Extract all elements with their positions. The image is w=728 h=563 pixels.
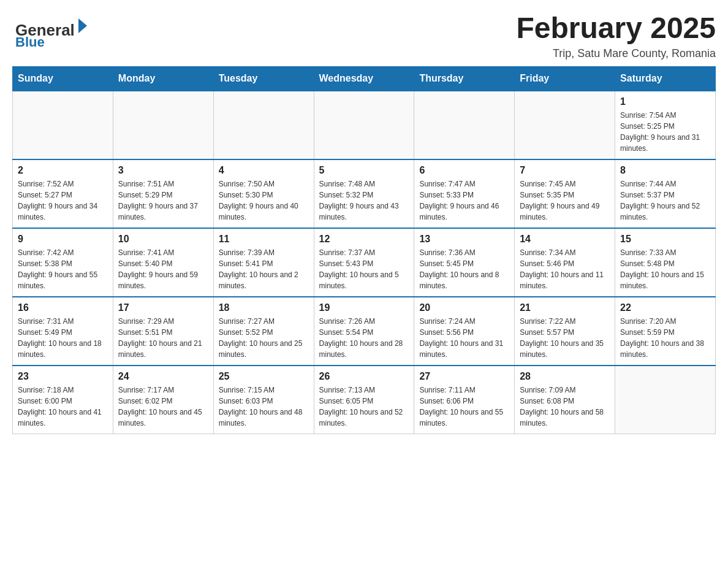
day-info: Sunrise: 7:48 AM Sunset: 5:32 PM Dayligh… <box>319 178 409 223</box>
day-number: 1 <box>620 96 710 107</box>
day-info: Sunrise: 7:51 AM Sunset: 5:29 PM Dayligh… <box>118 178 208 223</box>
day-number: 21 <box>520 302 610 313</box>
calendar-table: SundayMondayTuesdayWednesdayThursdayFrid… <box>12 66 716 434</box>
calendar-day-cell: 16Sunrise: 7:31 AM Sunset: 5:49 PM Dayli… <box>13 297 113 366</box>
calendar-day-cell: 21Sunrise: 7:22 AM Sunset: 5:57 PM Dayli… <box>515 297 615 366</box>
day-info: Sunrise: 7:41 AM Sunset: 5:40 PM Dayligh… <box>118 247 208 291</box>
calendar-day-cell: 22Sunrise: 7:20 AM Sunset: 5:59 PM Dayli… <box>615 297 716 366</box>
calendar-day-cell: 8Sunrise: 7:44 AM Sunset: 5:37 PM Daylig… <box>615 159 716 228</box>
calendar-day-cell: 14Sunrise: 7:34 AM Sunset: 5:46 PM Dayli… <box>515 228 615 297</box>
day-number: 7 <box>520 165 610 176</box>
day-number: 9 <box>18 234 108 245</box>
day-number: 11 <box>219 234 309 245</box>
day-of-week-header: Saturday <box>615 66 716 91</box>
calendar-week-row: 1Sunrise: 7:54 AM Sunset: 5:25 PM Daylig… <box>13 91 716 159</box>
day-number: 15 <box>620 234 710 245</box>
day-number: 18 <box>219 302 309 313</box>
calendar-day-cell: 20Sunrise: 7:24 AM Sunset: 5:56 PM Dayli… <box>414 297 515 366</box>
day-number: 22 <box>620 302 710 313</box>
calendar-day-cell: 4Sunrise: 7:50 AM Sunset: 5:30 PM Daylig… <box>213 159 314 228</box>
page-header: General Blue February 2025 Trip, Satu Ma… <box>12 12 716 60</box>
logo: General Blue <box>12 12 92 49</box>
calendar-day-cell: 2Sunrise: 7:52 AM Sunset: 5:27 PM Daylig… <box>13 159 113 228</box>
day-info: Sunrise: 7:13 AM Sunset: 6:05 PM Dayligh… <box>319 385 409 429</box>
day-number: 28 <box>520 371 610 382</box>
calendar-day-cell: 9Sunrise: 7:42 AM Sunset: 5:38 PM Daylig… <box>13 228 113 297</box>
day-info: Sunrise: 7:26 AM Sunset: 5:54 PM Dayligh… <box>319 316 409 360</box>
day-of-week-header: Wednesday <box>314 66 414 91</box>
calendar-week-row: 9Sunrise: 7:42 AM Sunset: 5:38 PM Daylig… <box>13 228 716 297</box>
day-number: 10 <box>118 234 208 245</box>
calendar-day-cell: 17Sunrise: 7:29 AM Sunset: 5:51 PM Dayli… <box>113 297 213 366</box>
day-number: 4 <box>219 165 309 176</box>
day-number: 8 <box>620 165 710 176</box>
calendar-day-cell: 15Sunrise: 7:33 AM Sunset: 5:48 PM Dayli… <box>615 228 716 297</box>
day-info: Sunrise: 7:31 AM Sunset: 5:49 PM Dayligh… <box>18 316 108 360</box>
calendar-subtitle: Trip, Satu Mare County, Romania <box>516 47 716 60</box>
svg-text:Blue: Blue <box>15 34 45 49</box>
calendar-week-row: 16Sunrise: 7:31 AM Sunset: 5:49 PM Dayli… <box>13 297 716 366</box>
title-section: February 2025 Trip, Satu Mare County, Ro… <box>516 12 716 60</box>
calendar-day-cell: 10Sunrise: 7:41 AM Sunset: 5:40 PM Dayli… <box>113 228 213 297</box>
svg-marker-1 <box>78 18 87 33</box>
day-of-week-header: Friday <box>515 66 615 91</box>
calendar-day-cell <box>615 366 716 434</box>
calendar-day-cell: 1Sunrise: 7:54 AM Sunset: 5:25 PM Daylig… <box>615 91 716 159</box>
day-info: Sunrise: 7:42 AM Sunset: 5:38 PM Dayligh… <box>18 247 108 291</box>
day-info: Sunrise: 7:47 AM Sunset: 5:33 PM Dayligh… <box>419 178 509 223</box>
days-of-week-row: SundayMondayTuesdayWednesdayThursdayFrid… <box>13 66 716 91</box>
day-info: Sunrise: 7:39 AM Sunset: 5:41 PM Dayligh… <box>219 247 309 291</box>
calendar-day-cell: 11Sunrise: 7:39 AM Sunset: 5:41 PM Dayli… <box>213 228 314 297</box>
calendar-day-cell: 28Sunrise: 7:09 AM Sunset: 6:08 PM Dayli… <box>515 366 615 434</box>
day-info: Sunrise: 7:20 AM Sunset: 5:59 PM Dayligh… <box>620 316 710 360</box>
day-number: 12 <box>319 234 409 245</box>
day-number: 14 <box>520 234 610 245</box>
day-info: Sunrise: 7:18 AM Sunset: 6:00 PM Dayligh… <box>18 385 108 429</box>
calendar-day-cell: 5Sunrise: 7:48 AM Sunset: 5:32 PM Daylig… <box>314 159 414 228</box>
calendar-week-row: 23Sunrise: 7:18 AM Sunset: 6:00 PM Dayli… <box>13 366 716 434</box>
day-of-week-header: Monday <box>113 66 213 91</box>
day-info: Sunrise: 7:50 AM Sunset: 5:30 PM Dayligh… <box>219 178 309 223</box>
calendar-day-cell <box>13 91 113 159</box>
calendar-day-cell: 24Sunrise: 7:17 AM Sunset: 6:02 PM Dayli… <box>113 366 213 434</box>
day-info: Sunrise: 7:09 AM Sunset: 6:08 PM Dayligh… <box>520 385 610 429</box>
day-info: Sunrise: 7:11 AM Sunset: 6:06 PM Dayligh… <box>419 385 509 429</box>
day-info: Sunrise: 7:22 AM Sunset: 5:57 PM Dayligh… <box>520 316 610 360</box>
day-info: Sunrise: 7:36 AM Sunset: 5:45 PM Dayligh… <box>419 247 509 291</box>
logo-svg: General Blue <box>12 12 92 49</box>
day-number: 13 <box>419 234 509 245</box>
calendar-day-cell <box>515 91 615 159</box>
calendar-day-cell: 6Sunrise: 7:47 AM Sunset: 5:33 PM Daylig… <box>414 159 515 228</box>
calendar-title: February 2025 <box>516 12 716 45</box>
day-info: Sunrise: 7:15 AM Sunset: 6:03 PM Dayligh… <box>219 385 309 429</box>
day-of-week-header: Thursday <box>414 66 515 91</box>
calendar-day-cell: 19Sunrise: 7:26 AM Sunset: 5:54 PM Dayli… <box>314 297 414 366</box>
day-info: Sunrise: 7:33 AM Sunset: 5:48 PM Dayligh… <box>620 247 710 291</box>
day-number: 17 <box>118 302 208 313</box>
calendar-day-cell: 13Sunrise: 7:36 AM Sunset: 5:45 PM Dayli… <box>414 228 515 297</box>
day-number: 23 <box>18 371 108 382</box>
day-number: 26 <box>319 371 409 382</box>
day-info: Sunrise: 7:52 AM Sunset: 5:27 PM Dayligh… <box>18 178 108 223</box>
calendar-day-cell: 3Sunrise: 7:51 AM Sunset: 5:29 PM Daylig… <box>113 159 213 228</box>
calendar-day-cell: 26Sunrise: 7:13 AM Sunset: 6:05 PM Dayli… <box>314 366 414 434</box>
day-number: 25 <box>219 371 309 382</box>
day-number: 3 <box>118 165 208 176</box>
day-info: Sunrise: 7:37 AM Sunset: 5:43 PM Dayligh… <box>319 247 409 291</box>
day-number: 6 <box>419 165 509 176</box>
calendar-header: SundayMondayTuesdayWednesdayThursdayFrid… <box>13 66 716 91</box>
calendar-day-cell <box>414 91 515 159</box>
calendar-day-cell: 12Sunrise: 7:37 AM Sunset: 5:43 PM Dayli… <box>314 228 414 297</box>
day-info: Sunrise: 7:34 AM Sunset: 5:46 PM Dayligh… <box>520 247 610 291</box>
day-number: 19 <box>319 302 409 313</box>
day-number: 24 <box>118 371 208 382</box>
calendar-day-cell <box>213 91 314 159</box>
day-info: Sunrise: 7:44 AM Sunset: 5:37 PM Dayligh… <box>620 178 710 223</box>
day-of-week-header: Sunday <box>13 66 113 91</box>
day-number: 2 <box>18 165 108 176</box>
calendar-day-cell <box>113 91 213 159</box>
calendar-day-cell: 7Sunrise: 7:45 AM Sunset: 5:35 PM Daylig… <box>515 159 615 228</box>
calendar-day-cell: 18Sunrise: 7:27 AM Sunset: 5:52 PM Dayli… <box>213 297 314 366</box>
day-info: Sunrise: 7:17 AM Sunset: 6:02 PM Dayligh… <box>118 385 208 429</box>
day-of-week-header: Tuesday <box>213 66 314 91</box>
